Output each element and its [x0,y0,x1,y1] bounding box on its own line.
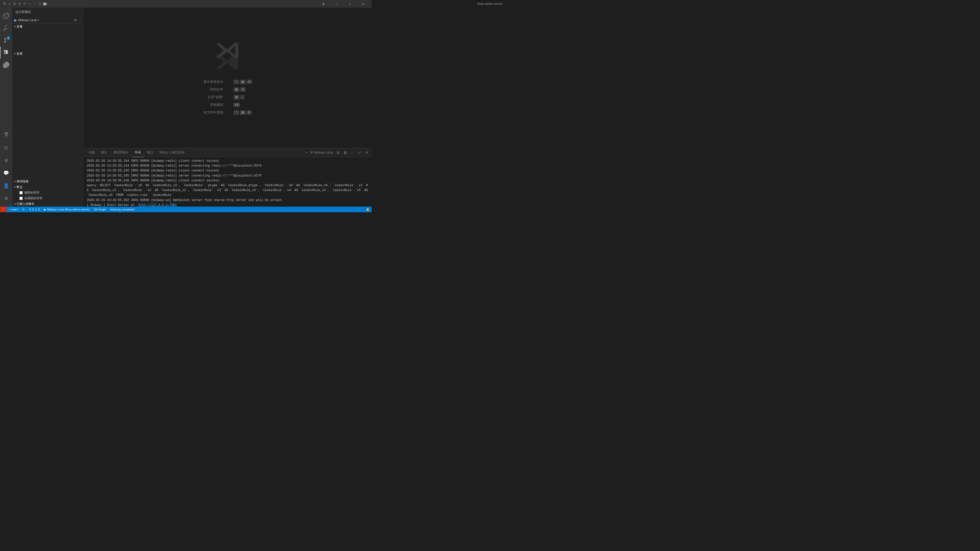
minimize-button[interactable]: ─ [331,0,342,8]
status-indexing[interactable]: Indexing completed. [108,206,137,212]
breakpoints-chevron: ▾ [14,186,16,189]
status-errors[interactable]: ✕ 0 ⚠ 0 [27,206,42,212]
stop-icon[interactable]: ⬛ [38,2,42,6]
more-icon[interactable]: ⬜▾ [43,2,47,6]
window-buttons: ⊞ ─ □ ✕ [318,0,369,8]
find-in-files-keys: ⌃ ⌘ F [234,110,251,115]
watch-chevron: ▾ [14,52,16,55]
step-out-icon[interactable]: ↑ [33,2,37,6]
status-right: 🔔 [364,206,372,212]
terminal-more-button[interactable]: ··· [350,150,355,156]
terminal-area: 问题 输出 调试控制台 终端 端口 SPELL CHECKE [84,148,372,206]
restart-icon[interactable]: ↺ [18,2,21,6]
welcome-content: 显示所有命令 ⌃ ⌘ P 转到文件 ⌘ P 打开"设置" ⌘ , [204,41,251,115]
explorer-toggle-icon[interactable]: ⎙ [8,2,11,6]
run-debug-label: 运行和调试 [14,10,32,14]
ellipsis-icon[interactable]: ··· [78,18,82,22]
call-stack-section-header[interactable]: ▾ 调用堆栈 [12,179,84,184]
editor-area: 显示所有命令 ⌃ ⌘ P 转到文件 ⌘ P 打开"设置" ⌘ , [84,8,372,148]
loaded-scripts-section-header[interactable]: ▾ 已载入的脚本 [12,201,84,206]
split-terminal-button[interactable]: ⧉ [335,150,341,156]
play-icon[interactable]: ▶ [14,18,17,22]
activity-account[interactable]: 👤 [0,179,12,192]
activity-placeholder1[interactable]: ⊕ [0,154,12,166]
activity-search[interactable] [0,22,12,34]
uncaught-exceptions-item[interactable]: 未捕获的异常 [12,195,84,201]
terminal-actions: + ⚙ Midway Local ⧉ 🗑 ··· ⤢ ✕ [303,150,369,156]
status-remote[interactable]: ⌃ [0,206,6,212]
go-to-file-keys: ⌘ P [234,87,251,92]
status-left: ⌃ ⑂ main* ↻ ✕ 0 ⚠ 0 ▶ Midway Local (flux… [0,206,137,212]
activity-source-control[interactable]: 1 [0,34,12,46]
activity-chat[interactable]: 💬 [0,167,12,179]
find-in-files-label: 在文件中查找 [204,110,223,115]
log-line-8: [ Midway ] Start Server at http://127.0.… [87,203,369,206]
status-git-graph[interactable]: Git Graph [92,206,108,212]
status-bar: ⌃ ⑂ main* ↻ ✕ 0 ⚠ 0 ▶ Midway Local (flux… [0,206,372,212]
status-branch[interactable]: ⑂ main* [6,206,21,212]
terminal-tabs: 问题 输出 调试控制台 终端 端口 SPELL CHECKE [86,148,303,157]
log-line-1: 2025-02-26 14:28:55,244 INFO 98860 [midw… [87,159,369,164]
main-area: 1 ⚗ ◎ ⊕ 💬 👤 ⚙ 运行和调试 [0,8,372,206]
activity-bar: 1 ⚗ ◎ ⊕ 💬 👤 ⚙ [0,8,12,206]
open-settings-label: 打开"设置" [204,95,223,100]
status-sync[interactable]: ↻ [21,206,27,212]
log-line-4: 2025-02-26 14:28:55,245 INFO 98860 [midw… [87,173,369,178]
loaded-scripts-label: 已载入的脚本 [17,202,34,206]
pause-icon[interactable]: ⏸ [13,2,16,6]
log-line-3: 2025-02-26 14:28:55,245 INFO 98860 [midw… [87,168,369,173]
caught-exceptions-item[interactable]: 捕获的异常 [12,190,84,195]
activity-extensions[interactable] [0,59,12,71]
chevron-down-icon[interactable]: ▾ [38,18,39,22]
menu-icon[interactable]: ☰ [3,2,6,6]
variables-section-header[interactable]: ▾ 变量 [12,24,84,29]
activity-remote[interactable]: ◎ [0,141,12,154]
variables-label: 变量 [17,25,22,29]
vscode-logo [212,41,243,71]
step-into-icon[interactable]: ↓ [28,2,32,6]
tab-output[interactable]: 输出 [98,148,110,157]
debug-toolbar: 运行和调试 [12,8,84,17]
server-url-1[interactable]: http://127.0.0.1:7001 [138,203,177,206]
step-over-icon[interactable]: ↷ [23,2,27,6]
tab-terminal[interactable]: 终端 [132,148,144,157]
branch-icon: ⑂ [8,208,10,211]
sidebar: 运行和调试 ▶ Midway Local ▾ ⚙ ··· ▾ 变量 ▾ 监视 [12,8,84,206]
remote-icon: ⌃ [2,208,4,211]
close-button[interactable]: ✕ [357,0,369,8]
breakpoints-section-header[interactable]: ▾ 断点 [12,184,84,190]
terminal-config: ⚙ Midway Local [310,151,333,154]
activity-run-debug[interactable] [0,46,12,59]
debug-icon: ▶ [44,208,46,211]
activity-settings[interactable]: ⚙ [0,192,12,205]
breakpoints-label: 断点 [17,185,22,189]
watch-label: 监视 [17,52,22,56]
terminal-maximize-button[interactable]: ⤢ [357,150,363,156]
window-controls: ☰ ⎙ ⏸ ↺ ↷ ↓ ↑ ⬛ ⬜▾ [3,2,47,6]
layout-toggle[interactable]: ⊞ [318,0,329,8]
error-icon: ✕ [29,208,31,211]
activity-testing[interactable]: ⚗ [0,129,12,141]
tab-problems[interactable]: 问题 [86,148,98,157]
gear-settings-icon[interactable]: ⚙ [73,18,77,22]
new-terminal-button[interactable]: + [303,150,309,156]
tab-debug-console[interactable]: 调试控制台 [110,148,132,157]
status-notifications[interactable]: 🔔 [364,206,372,212]
tab-ports[interactable]: 端口 [144,148,156,157]
activity-explorer[interactable] [0,10,12,22]
status-midway[interactable]: ▶ Midway Local (fluxy-admin-server) [42,206,92,212]
terminal-content[interactable]: 2025-02-26 14:28:55,244 INFO 98860 [midw… [84,157,372,206]
maximize-button[interactable]: □ [344,0,356,8]
show-commands-label: 显示所有命令 [204,79,223,84]
terminal-gear-icon: ⚙ [310,151,313,154]
start-debug-label: 开始调试 [204,103,223,107]
content-area: 显示所有命令 ⌃ ⌘ P 转到文件 ⌘ P 打开"设置" ⌘ , [84,8,372,206]
tab-spell-checker[interactable]: SPELL CHECKER [156,148,188,157]
watch-section-header[interactable]: ▾ 监视 [12,51,84,56]
source-control-badge: 1 [6,36,10,40]
terminal-close-button[interactable]: ✕ [364,150,369,156]
shortcuts-grid: 显示所有命令 ⌃ ⌘ P 转到文件 ⌘ P 打开"设置" ⌘ , [204,79,251,115]
uncaught-exceptions-checkbox[interactable] [19,197,23,200]
caught-exceptions-checkbox[interactable] [19,191,23,194]
clear-terminal-button[interactable]: 🗑 [342,150,348,156]
